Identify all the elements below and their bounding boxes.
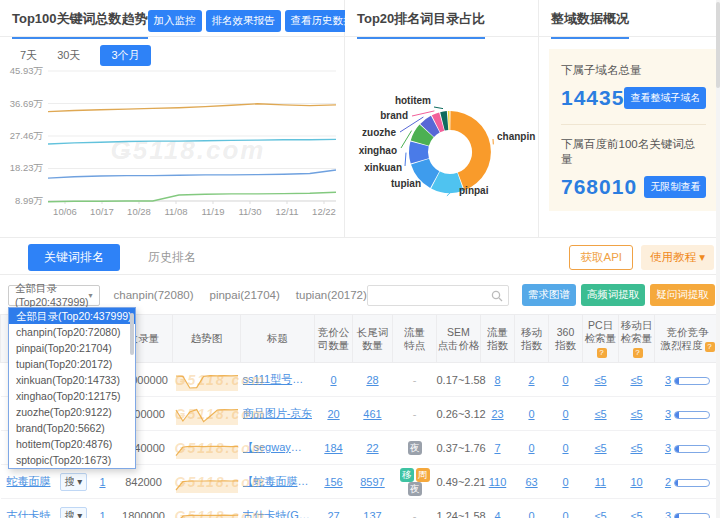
filter-row: 全部目录(Top20:437999) ▾ chanpin(72080) pinp… (8, 283, 714, 307)
title-link[interactable]: 【segway电动… (243, 440, 313, 455)
mobile-daily-search-link[interactable]: 10 (630, 476, 642, 488)
index-360-link[interactable]: 0 (562, 374, 568, 386)
tutorial-button[interactable]: 使用教程 ▾ (641, 245, 714, 270)
quick-link-pinpai[interactable]: pinpai(21704) (210, 289, 280, 301)
tab-history-rank[interactable]: 历史排名 (148, 249, 196, 266)
mobile-daily-search-link[interactable]: ≤5 (630, 374, 642, 386)
longtail-count-link[interactable]: 461 (363, 408, 381, 420)
longtail-count-link[interactable]: 137 (363, 510, 381, 518)
view-subdomains-button[interactable]: 查看整域子域名 (624, 87, 706, 109)
join-monitor-button[interactable]: 加入监控 (148, 10, 202, 32)
quick-link-chanpin[interactable]: chanpin(72080) (114, 289, 194, 301)
pc-daily-search-link[interactable]: 11 (595, 476, 606, 488)
dropdown-scrollbar[interactable] (130, 313, 134, 355)
flow-index-link[interactable]: 4 (494, 510, 500, 518)
dropdown-option[interactable]: chanpin(Top20:72080) (9, 324, 135, 340)
index-360-link[interactable]: 0 (562, 510, 568, 518)
range-7d[interactable]: 7天 (20, 48, 37, 63)
donut-slice-sptopic[interactable] (448, 111, 450, 130)
mobile-index-link[interactable]: 63 (525, 476, 537, 488)
competition-level-link[interactable]: 3 (665, 374, 671, 386)
high-freq-extract-button[interactable]: 高频词提取 (581, 284, 646, 306)
page: Top100关键词总数趋势 加入监控 排名效果报告 查看历史数据 7天 30天 … (0, 0, 720, 518)
donut-panel: Top20排名词目录占比 chanpinpinpaitupianxinkuanx… (345, 0, 539, 237)
mobile-index-link[interactable]: 0 (528, 442, 534, 454)
directory-select[interactable]: 全部目录(Top20:437999) ▾ (8, 285, 100, 306)
pc-daily-search-link[interactable]: ≤5 (594, 442, 606, 454)
pc-daily-search-link[interactable]: ≤5 (594, 408, 606, 420)
longtail-count-link[interactable]: 22 (366, 442, 378, 454)
mobile-index-link[interactable]: 0 (528, 408, 534, 420)
longtail-count-link[interactable]: 8597 (360, 476, 384, 488)
title-link[interactable]: 商品图片-京东 (243, 406, 313, 421)
index-360-link[interactable]: 0 (562, 442, 568, 454)
help-icon[interactable]: ? (633, 348, 643, 358)
dropdown-option[interactable]: xinkuan(Top20:14733) (9, 372, 135, 388)
rank-link[interactable]: 1 (99, 510, 105, 518)
pc-daily-search-link[interactable]: ≤5 (594, 374, 606, 386)
longtail-count-link[interactable]: 28 (366, 374, 378, 386)
divider (0, 274, 720, 275)
bid-company-count-link[interactable]: 20 (327, 408, 339, 420)
search-input[interactable] (368, 286, 508, 305)
dropdown-option[interactable]: zuozhe(Top20:9122) (9, 404, 135, 420)
keyword-link[interactable]: 蛇毒面膜 (7, 475, 51, 487)
search-engine-dropdown-button[interactable]: 搜 ▾ (60, 473, 88, 491)
domain-panel: 整域数据概况 下属子域名总量 14435 查看整域子域名 下属百度前100名关键… (539, 0, 720, 237)
rank-link[interactable]: 1 (99, 476, 105, 488)
mobile-daily-search-link[interactable]: ≤5 (630, 442, 642, 454)
help-icon[interactable]: ? (597, 348, 607, 358)
page-scrollbar[interactable] (716, 0, 720, 518)
search-icon[interactable] (491, 290, 503, 302)
table-row: 古仕卡特 搜 ▾ 1 1800000 Ǥ5118.com 古仕卡特(GUSS… … (1, 499, 720, 518)
mobile-index-link[interactable]: 2 (528, 374, 534, 386)
unlimited-view-button[interactable]: 无限制查看 (644, 176, 706, 198)
pc-daily-search-link[interactable]: ≤5 (594, 510, 606, 518)
title-link[interactable]: 【蛇毒面膜】价… (243, 474, 313, 489)
bid-company-count-link[interactable]: 27 (327, 510, 339, 518)
quick-link-tupian[interactable]: tupian(20172) (296, 289, 367, 301)
title-link[interactable]: 古仕卡特(GUSS… (243, 508, 313, 518)
competition-level-link[interactable]: 3 (665, 408, 671, 420)
range-3m[interactable]: 3个月 (100, 45, 150, 66)
quick-links: chanpin(72080) pinpai(21704) tupian(2017… (114, 289, 367, 301)
flow-index-link[interactable]: 8 (494, 374, 500, 386)
dropdown-option[interactable]: xinghao(Top20:12175) (9, 388, 135, 404)
donut-label-tupian: tupian (391, 178, 421, 189)
dropdown-option[interactable]: 全部目录(Top20:437999) (9, 308, 135, 324)
keyword-link[interactable]: 古仕卡特 (7, 509, 51, 518)
flow-index-link[interactable]: 7 (494, 442, 500, 454)
bid-company-count-link[interactable]: 0 (330, 374, 336, 386)
competition-level-link[interactable]: 2 (665, 476, 671, 488)
bid-company-count-link[interactable]: 184 (324, 442, 342, 454)
dropdown-option[interactable]: pinpai(Top20:21704) (9, 340, 135, 356)
traffic-trait-badge: 夜 (408, 482, 422, 496)
page-scrollbar-thumb[interactable] (716, 2, 720, 88)
mobile-daily-search-link[interactable]: ≤5 (630, 408, 642, 420)
dropdown-option[interactable]: brand(Top20:5662) (9, 420, 135, 436)
tab-keyword-rank[interactable]: 关键词排名 (28, 244, 120, 271)
flow-index-link[interactable]: 23 (491, 408, 503, 420)
index-360-link[interactable]: 0 (562, 408, 568, 420)
dropdown-option[interactable]: tupian(Top20:20172) (9, 356, 135, 372)
search-engine-dropdown-button[interactable]: 搜 ▾ (60, 507, 88, 518)
question-extract-button[interactable]: 疑问词提取 (650, 284, 715, 306)
mobile-daily-search-link[interactable]: ≤5 (630, 510, 642, 518)
bid-company-count-link[interactable]: 156 (324, 476, 342, 488)
competition-level-link[interactable]: 3 (665, 510, 671, 518)
mobile-index-link[interactable]: 0 (528, 510, 534, 518)
rank-report-button[interactable]: 排名效果报告 (206, 10, 281, 32)
index-360-link[interactable]: 0 (562, 476, 568, 488)
dropdown-option[interactable]: hotitem(Top20:4876) (9, 436, 135, 452)
get-api-button[interactable]: 获取API (569, 245, 633, 270)
help-icon[interactable]: ? (705, 342, 715, 352)
competition-level-link[interactable]: 3 (665, 442, 671, 454)
trend-line-chart: 45.93万36.69万27.46万18.23万8.99万10/0610/171… (0, 65, 345, 235)
svg-text:10/28: 10/28 (127, 206, 151, 217)
flow-index-link[interactable]: 110 (489, 476, 507, 488)
title-link[interactable]: ss111型号规格… (243, 372, 313, 387)
range-30d[interactable]: 30天 (57, 48, 80, 63)
demand-map-button[interactable]: 需求图谱 (522, 284, 576, 306)
domain-panel-title: 整域数据概况 (551, 10, 629, 39)
dropdown-option[interactable]: sptopic(Top20:1673) (9, 452, 135, 468)
